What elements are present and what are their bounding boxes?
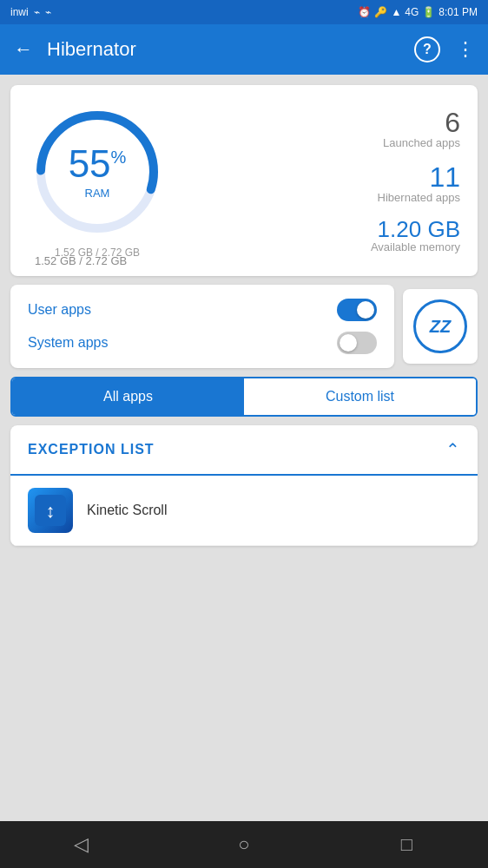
usb-icon: ⌁ — [34, 6, 40, 18]
sleep-button[interactable]: ZZ — [403, 289, 478, 364]
sleep-icon: ZZ — [413, 299, 467, 353]
sleep-z-icon: ZZ — [430, 317, 451, 337]
kinetic-scroll-name: Kinetic Scroll — [87, 503, 167, 518]
nav-recent-button[interactable]: □ — [389, 827, 424, 862]
status-carrier: inwi ⌁ ⌁ — [10, 6, 51, 18]
system-apps-knob — [340, 334, 357, 352]
exception-list-card: Exception List ⌃ ↕ Kinetic Scroll — [10, 425, 478, 546]
battery-icon: 🔋 — [422, 6, 435, 18]
user-apps-toggle-row: User apps — [28, 299, 377, 321]
toggles-card: User apps System apps — [10, 285, 394, 368]
launched-apps-stat: 6 Launched apps — [383, 108, 460, 149]
time-display: 8:01 PM — [439, 6, 478, 18]
back-button[interactable]: ← — [14, 38, 33, 61]
controls-row: User apps System apps ZZ — [10, 285, 478, 368]
carrier-text: inwi — [10, 6, 29, 18]
main-content: 55% RAM 1.52 GB / 2.72 GB 1.52 GB / 2.72… — [0, 75, 488, 821]
available-memory-stat: 1.20 GB Available memory — [371, 218, 460, 253]
status-icons: ⏰ 🔑 ▲ 4G 🔋 8:01 PM — [358, 6, 478, 18]
available-memory-label: Available memory — [371, 240, 460, 253]
exception-title: Exception List — [28, 442, 155, 457]
hibernated-apps-number: 11 — [378, 163, 460, 191]
key-icon: 🔑 — [374, 6, 387, 18]
nav-back-button[interactable]: ◁ — [64, 827, 99, 862]
system-apps-toggle-row: System apps — [28, 332, 377, 354]
system-apps-toggle[interactable] — [337, 332, 377, 354]
ram-center-info: 55% RAM — [69, 145, 127, 200]
stats-card: 55% RAM 1.52 GB / 2.72 GB 1.52 GB / 2.72… — [10, 85, 478, 276]
user-apps-label: User apps — [28, 302, 91, 318]
alarm-icon: ⏰ — [358, 6, 371, 18]
hibernated-apps-stat: 11 Hibernated apps — [378, 163, 460, 204]
top-bar-actions: ? ⋮ — [414, 36, 474, 62]
app-title: Hibernator — [47, 38, 414, 61]
collapse-button[interactable]: ⌃ — [445, 439, 460, 460]
custom-list-tab[interactable]: Custom list — [244, 378, 476, 415]
kinetic-scroll-item: ↕ Kinetic Scroll — [10, 476, 478, 546]
top-app-bar: ← Hibernator ? ⋮ — [0, 24, 488, 75]
stats-right-panel: 6 Launched apps 11 Hibernated apps 1.20 … — [181, 108, 460, 253]
ram-percent-value: 55% — [69, 145, 127, 183]
status-bar: inwi ⌁ ⌁ ⏰ 🔑 ▲ 4G 🔋 8:01 PM — [0, 0, 488, 24]
ram-usage-text: 1.52 GB / 2.72 GB — [35, 254, 127, 267]
nav-home-button[interactable]: ○ — [227, 827, 261, 862]
ram-label: RAM — [69, 187, 127, 200]
signal-icon: 4G — [405, 6, 419, 18]
user-apps-toggle[interactable] — [337, 299, 377, 321]
tab-bar: All apps Custom list — [10, 377, 478, 417]
ram-circle: 55% RAM — [28, 102, 167, 241]
exception-header: Exception List ⌃ — [10, 425, 478, 476]
launched-apps-label: Launched apps — [383, 136, 460, 149]
hibernated-apps-label: Hibernated apps — [378, 191, 460, 204]
launched-apps-number: 6 — [383, 108, 460, 136]
available-memory-value: 1.20 GB — [371, 218, 460, 240]
user-apps-knob — [357, 301, 374, 319]
usb2-icon: ⌁ — [45, 6, 51, 18]
wifi-icon: ▲ — [391, 6, 401, 18]
all-apps-tab[interactable]: All apps — [12, 378, 244, 415]
svg-text:↕: ↕ — [46, 500, 56, 522]
nav-bar: ◁ ○ □ — [0, 821, 488, 868]
more-options-button[interactable]: ⋮ — [456, 38, 474, 61]
help-button[interactable]: ? — [414, 36, 440, 62]
kinetic-scroll-icon: ↕ — [28, 488, 73, 533]
system-apps-label: System apps — [28, 335, 108, 351]
